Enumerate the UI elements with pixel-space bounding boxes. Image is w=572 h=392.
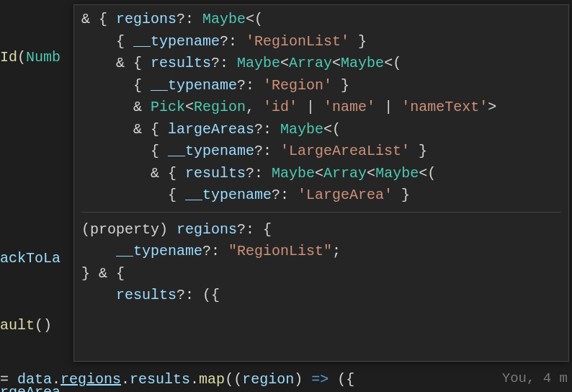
- tok: =: [0, 368, 17, 391]
- tok: __typename: [151, 77, 237, 94]
- bg-token: Id: [0, 49, 17, 66]
- bg-blank: [0, 180, 76, 202]
- tok: {: [81, 187, 185, 203]
- tooltip-doc-line: __typename?: "RegionList";: [81, 240, 561, 262]
- tok: Maybe: [341, 55, 384, 71]
- tok: & {: [81, 11, 116, 27]
- tok: ?:: [272, 187, 298, 203]
- bg-token: (: [17, 49, 26, 66]
- tok: (property): [81, 221, 176, 238]
- tok: <(: [419, 165, 436, 182]
- tok: ?:: [254, 143, 280, 159]
- tooltip-line: & { results?: Maybe<Array<Maybe<(: [81, 52, 561, 74]
- tok: } & {: [81, 265, 125, 282]
- tok: }: [349, 33, 367, 50]
- tok: ): [294, 368, 311, 391]
- tok: 'nameText': [401, 99, 488, 115]
- tok: ?:: [176, 11, 202, 27]
- tok: Maybe: [280, 121, 323, 138]
- tok: 'LargeArea': [298, 187, 393, 203]
- tok: <: [185, 99, 194, 115]
- tok: Maybe: [272, 165, 315, 182]
- git-blame-annotation[interactable]: You, 4 m: [502, 368, 568, 389]
- tok: }: [410, 143, 427, 159]
- tok: <(: [384, 55, 401, 71]
- tok: results: [185, 165, 246, 182]
- tok: "RegionList": [228, 243, 332, 259]
- editor-line[interactable]: = data.regions.results.map((region) => (…: [0, 368, 572, 391]
- tok: 'RegionList': [246, 33, 349, 50]
- bg-blank: [0, 113, 76, 135]
- tooltip-line: { __typename?: 'LargeAreaList' }: [81, 140, 561, 162]
- tok: ?:: [254, 121, 280, 138]
- tok: Array: [289, 55, 332, 71]
- tok: Pick: [151, 99, 185, 115]
- tok: ,: [246, 99, 263, 115]
- tok: ?: {: [237, 221, 272, 238]
- tok: .: [121, 368, 130, 391]
- tok: __typename: [116, 243, 202, 259]
- tooltip-doc-line: (property) regions?: {: [81, 218, 561, 241]
- tok: ({: [329, 368, 354, 391]
- tok: ?:: [211, 55, 237, 71]
- tok: <: [367, 165, 375, 182]
- tooltip-divider: [81, 212, 561, 213]
- tok: <: [280, 55, 289, 71]
- tok: 'LargeAreaList': [280, 143, 410, 159]
- tooltip-line: & Pick<Region, 'id' | 'name' | 'nameText…: [81, 96, 561, 118]
- tooltip-doc-line: results?: ({: [81, 284, 561, 306]
- tok: ?:: [237, 77, 263, 94]
- tok: & {: [81, 121, 168, 138]
- type-hover-tooltip[interactable]: & { regions?: Maybe<( { __typename?: 'Re…: [73, 4, 569, 362]
- tok: Array: [323, 165, 367, 182]
- bg-token: ackToLa: [0, 250, 61, 267]
- tok: & {: [81, 165, 185, 182]
- tok: ?:: [202, 243, 228, 259]
- tok: __typename: [185, 187, 272, 203]
- tok: results: [130, 368, 190, 391]
- tok: ?: ({: [176, 287, 220, 303]
- tok: results: [151, 55, 211, 71]
- tok: <: [332, 55, 341, 71]
- tok: & {: [81, 55, 151, 71]
- tok: |: [375, 99, 401, 115]
- tooltip-line: & { results?: Maybe<Array<Maybe<(: [81, 162, 561, 184]
- tok: ;: [332, 243, 341, 259]
- tok: <: [315, 165, 323, 182]
- tok: |: [298, 99, 323, 115]
- tok: .: [52, 368, 61, 391]
- tok: <(: [323, 121, 341, 138]
- tok: 'id': [263, 99, 298, 115]
- tok: ?:: [220, 33, 246, 50]
- tok: }: [332, 77, 349, 94]
- tok: Maybe: [237, 55, 280, 71]
- hovered-token-regions[interactable]: regions: [61, 368, 121, 391]
- tok: __typename: [133, 33, 220, 50]
- editor-background-code[interactable]: Id(Numb ackToLa ault() rgeArea Number( I…: [0, 0, 76, 392]
- tooltip-line: { __typename?: 'Region' }: [81, 74, 561, 97]
- tok: .: [190, 368, 199, 391]
- tok: ((: [225, 368, 242, 391]
- param-region: region: [242, 368, 294, 391]
- var-data: data: [17, 368, 52, 391]
- tooltip-line: { __typename?: 'RegionList' }: [81, 30, 561, 53]
- tooltip-doc-line: } & {: [81, 262, 561, 285]
- tok: Maybe: [375, 165, 419, 182]
- tok: [81, 243, 116, 259]
- tok: [81, 287, 116, 303]
- tok: {: [81, 143, 168, 159]
- tok: >: [488, 99, 496, 115]
- tooltip-line: { __typename?: 'LargeArea' }: [81, 184, 561, 206]
- tok: {: [81, 33, 133, 50]
- arrow: =>: [311, 368, 329, 391]
- tok: Region: [194, 99, 246, 115]
- method-map: map: [199, 368, 225, 391]
- bg-token: ault: [0, 317, 35, 334]
- tok: regions: [116, 11, 176, 27]
- tok: &: [81, 99, 151, 115]
- tok: <(: [246, 11, 263, 27]
- code-editor: Id(Numb ackToLa ault() rgeArea Number( I…: [0, 0, 572, 392]
- bg-token: (): [35, 317, 52, 334]
- tooltip-line: & { largeAreas?: Maybe<(: [81, 118, 561, 141]
- tok: 'name': [323, 99, 375, 115]
